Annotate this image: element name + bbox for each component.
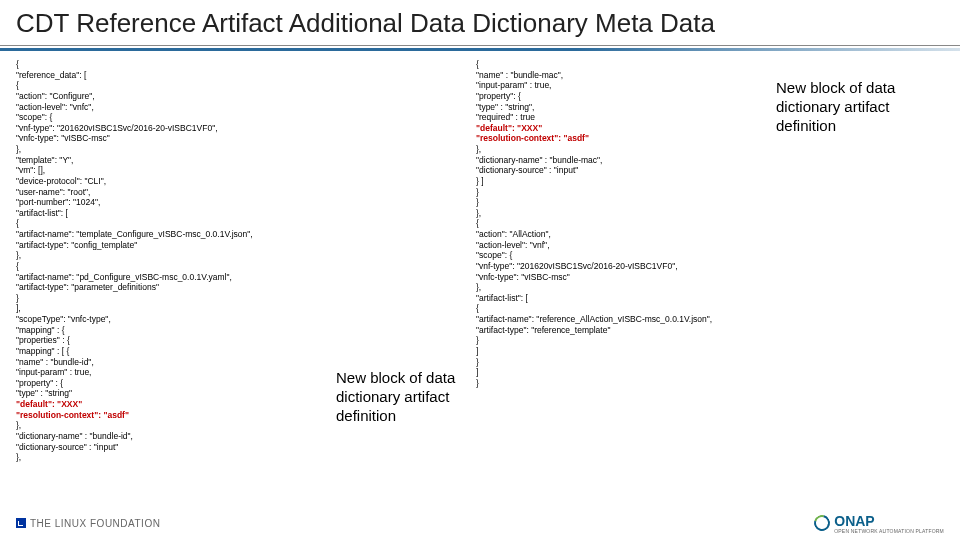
code-line: } [476, 357, 776, 368]
callout-left: New block of data dictionary artifact de… [336, 369, 476, 425]
code-line: "artifact-type": "parameter_definitions" [16, 282, 336, 293]
code-line: "name" : "bundle-mac", [476, 70, 776, 81]
footer: THE LINUX FOUNDATION ONAP OPEN NETWORK A… [0, 512, 960, 534]
onap-logo: ONAP OPEN NETWORK AUTOMATION PLATFORM [814, 513, 944, 534]
code-line: ] [476, 367, 776, 378]
code-line: "property": { [476, 91, 776, 102]
code-line: }, [476, 144, 776, 155]
code-line: } [476, 378, 776, 389]
lf-text: THE LINUX FOUNDATION [30, 518, 160, 529]
code-line: "artifact-type": "reference_template" [476, 325, 776, 336]
code-column-right: {"name" : "bundle-mac","input-param" : t… [476, 59, 776, 463]
code-line: } ] [476, 176, 776, 187]
code-line: "vm": [], [16, 165, 336, 176]
code-line: "scope": { [476, 250, 776, 261]
code-line: "vnf-type": "201620vISBC1Svc/2016-20-vIS… [476, 261, 776, 272]
code-line: "vnfc-type": "vISBC-msc" [16, 133, 336, 144]
code-line: { [16, 218, 336, 229]
callout-column-right: New block of data dictionary artifact de… [776, 59, 936, 463]
code-line: "dictionary-name" : "bundle-mac", [476, 155, 776, 166]
code-line: "action": "Configure", [16, 91, 336, 102]
code-line: { [16, 59, 336, 70]
code-line: "property" : { [16, 378, 336, 389]
code-line: }, [476, 282, 776, 293]
code-line: "artifact-type": "config_template" [16, 240, 336, 251]
code-line: "dictionary-source" : "input" [16, 442, 336, 453]
code-line: "scopeType": "vnfc-type", [16, 314, 336, 325]
code-line: "type" : "string", [476, 102, 776, 113]
code-line: "dictionary-source" : "input" [476, 165, 776, 176]
callout-right: New block of data dictionary artifact de… [776, 79, 936, 135]
code-line: "action": "AllAction", [476, 229, 776, 240]
code-line: "input-param" : true, [476, 80, 776, 91]
code-line: ] [476, 346, 776, 357]
code-line: "resolution-context": "asdf" [476, 133, 776, 144]
code-line: "action-level": "vnf", [476, 240, 776, 251]
code-line: "default": "XXX" [16, 399, 336, 410]
code-line: { [476, 59, 776, 70]
code-line: "artifact-list": [ [476, 293, 776, 304]
code-line: }, [476, 208, 776, 219]
code-line: "vnf-type": "201620vISBC1Svc/2016-20-vIS… [16, 123, 336, 134]
title-bar: CDT Reference Artifact Additional Data D… [0, 0, 960, 46]
code-line: "scope": { [16, 112, 336, 123]
code-line: "type" : "string" [16, 388, 336, 399]
code-line: "user-name": "root", [16, 187, 336, 198]
code-line: "template": "Y", [16, 155, 336, 166]
code-line: } [476, 335, 776, 346]
code-line: "input-param" : true, [16, 367, 336, 378]
code-line: "artifact-name": "template_Configure_vIS… [16, 229, 336, 240]
code-line: "action-level": "vnfc", [16, 102, 336, 113]
code-line: "port-number": "1024", [16, 197, 336, 208]
code-line: "artifact-name": "reference_AllAction_vI… [476, 314, 776, 325]
code-line: { [476, 218, 776, 229]
content-area: {"reference_data": [{"action": "Configur… [0, 51, 960, 463]
code-line: "vnfc-type": "vISBC-msc" [476, 272, 776, 283]
onap-text-wrap: ONAP OPEN NETWORK AUTOMATION PLATFORM [834, 513, 944, 534]
onap-text: ONAP [834, 513, 874, 529]
code-line: }, [16, 144, 336, 155]
code-line: { [16, 80, 336, 91]
code-line: "reference_data": [ [16, 70, 336, 81]
code-line: "name" : "bundle-id", [16, 357, 336, 368]
onap-subtext: OPEN NETWORK AUTOMATION PLATFORM [834, 529, 944, 534]
code-line: "default": "XXX" [476, 123, 776, 134]
code-line: } [16, 293, 336, 304]
callout-column-left: New block of data dictionary artifact de… [336, 59, 476, 463]
code-line: "mapping" : { [16, 325, 336, 336]
code-line: "device-protocol": "CLI", [16, 176, 336, 187]
code-line: }, [16, 452, 336, 463]
code-line: } [476, 187, 776, 198]
linux-foundation-logo: THE LINUX FOUNDATION [16, 518, 160, 529]
code-line: "properties" : { [16, 335, 336, 346]
code-line: "artifact-list": [ [16, 208, 336, 219]
onap-ring-icon [811, 512, 833, 534]
code-line: "artifact-name": "pd_Configure_vISBC-msc… [16, 272, 336, 283]
code-line: } [476, 197, 776, 208]
code-line: { [476, 303, 776, 314]
code-line: }, [16, 250, 336, 261]
code-column-left: {"reference_data": [{"action": "Configur… [16, 59, 336, 463]
page-title: CDT Reference Artifact Additional Data D… [16, 8, 944, 39]
lf-icon [16, 518, 26, 528]
code-line: "resolution-context": "asdf" [16, 410, 336, 421]
code-line: "mapping" : [ { [16, 346, 336, 357]
code-line: ], [16, 303, 336, 314]
code-line: { [16, 261, 336, 272]
code-line: "dictionary-name" : "bundle-id", [16, 431, 336, 442]
code-line: }, [16, 420, 336, 431]
code-line: "required" : true [476, 112, 776, 123]
